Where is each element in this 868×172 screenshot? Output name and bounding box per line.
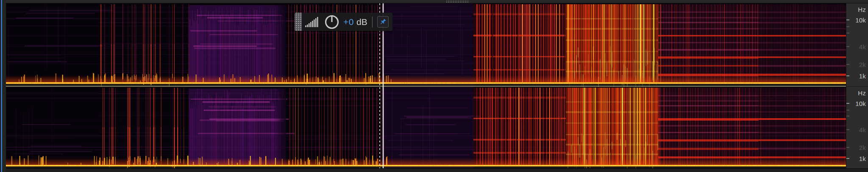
frequency-ruler-channel-1: Hz10k4k2k1k (846, 3, 868, 86)
gain-unit: dB (356, 17, 367, 27)
freq-tick (846, 158, 849, 159)
freq-label: 10k (855, 17, 866, 24)
freq-label: 1k (859, 155, 866, 162)
panel-left-gutter (2, 0, 6, 172)
gain-hud: +0 dB (295, 13, 392, 31)
freq-label: 4k (859, 126, 866, 133)
spectrogram-canvas[interactable] (6, 3, 846, 168)
panel-top-bar (6, 0, 868, 3)
hud-drag-handle[interactable] (295, 13, 302, 31)
panel-drag-grip-icon[interactable] (446, 0, 469, 3)
freq-tick (846, 19, 849, 20)
freq-label: 10k (855, 100, 866, 107)
freq-tick (846, 110, 849, 111)
pushpin-icon (379, 18, 387, 25)
freq-tick (846, 46, 849, 47)
freq-tick (846, 26, 849, 27)
freq-tick (846, 129, 849, 130)
freq-tick (846, 103, 849, 104)
frequency-ruler-channel-2: Hz10k4k2k1k (846, 86, 868, 168)
frequency-ruler[interactable]: Hz10k4k2k1k Hz10k4k2k1k (846, 3, 868, 168)
freq-label: 1k (859, 72, 866, 80)
freq-label: 2k (859, 61, 866, 68)
freq-label: 4k (859, 43, 866, 50)
hud-separator (372, 17, 373, 28)
pin-button[interactable] (377, 16, 389, 28)
freq-label: 2k (859, 144, 866, 151)
freq-tick (846, 33, 849, 33)
gain-value[interactable]: +0 (343, 17, 354, 27)
freq-label: Hz (858, 6, 866, 13)
gain-knob-icon[interactable] (324, 14, 339, 30)
freq-label: Hz (858, 89, 866, 97)
freq-tick (846, 147, 849, 148)
freq-tick (846, 75, 849, 76)
freq-tick (846, 116, 849, 117)
spectral-display-panel: +0 dB Hz10k4k2k1k Hz10k4k2k1k (0, 0, 868, 172)
volume-meter-icon (305, 17, 320, 28)
panel-bottom-bar (6, 168, 868, 172)
freq-tick (846, 64, 849, 65)
